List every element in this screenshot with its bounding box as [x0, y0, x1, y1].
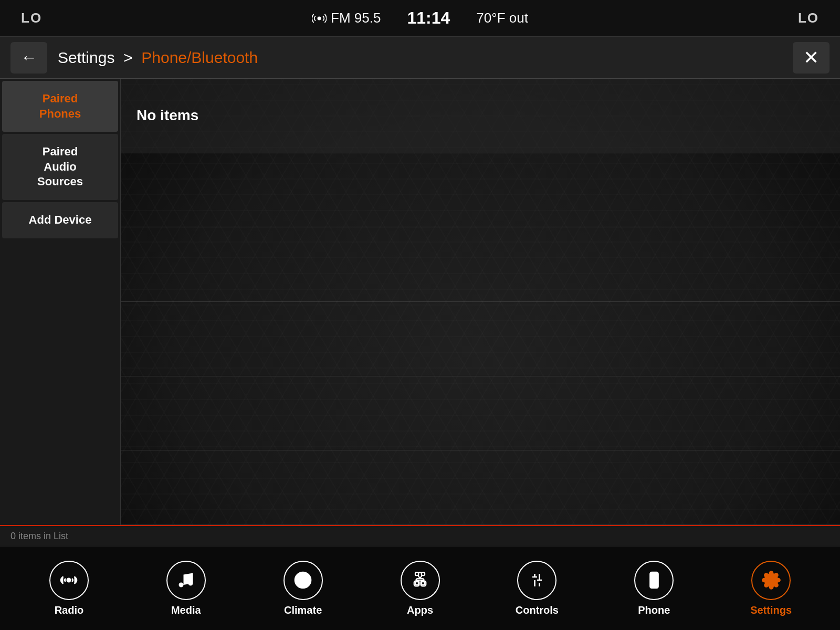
back-arrow-icon: ←	[20, 48, 37, 67]
apps-icon-circle	[401, 561, 440, 600]
sidebar-item-paired-phones[interactable]: PairedPhones	[2, 81, 118, 132]
status-lo-left: LO	[21, 10, 42, 26]
radio-icon	[59, 571, 78, 590]
radio-label: FM 95.5	[331, 10, 381, 26]
svg-rect-7	[422, 582, 425, 585]
media-label: Media	[171, 604, 201, 616]
sidebar: PairedPhones PairedAudioSources Add Devi…	[0, 79, 121, 525]
climate-icon-circle	[284, 561, 323, 600]
svg-rect-4	[415, 572, 418, 575]
gear-icon	[762, 571, 781, 590]
climate-icon	[293, 571, 312, 590]
svg-rect-5	[422, 572, 425, 575]
list-row	[121, 376, 840, 451]
items-count-label: 0 items in List	[10, 531, 68, 542]
nav-item-radio[interactable]: Radio	[10, 561, 128, 616]
phone-icon-circle	[634, 561, 674, 600]
svg-rect-6	[415, 582, 418, 585]
sidebar-item-paired-audio-sources[interactable]: PairedAudioSources	[2, 134, 118, 200]
radio-icon-circle	[49, 561, 89, 600]
svg-point-1	[67, 578, 71, 583]
radio-label: Radio	[55, 604, 84, 616]
apps-icon	[411, 571, 429, 590]
items-count-bar: 0 items in List	[0, 525, 840, 546]
breadcrumb-highlight: Phone/Bluetooth	[141, 49, 258, 66]
status-radio: FM 95.5	[312, 10, 381, 26]
nav-item-phone[interactable]: Phone	[595, 561, 712, 616]
svg-point-3	[302, 579, 304, 582]
nav-item-media[interactable]: Media	[128, 561, 245, 616]
controls-icon-circle	[517, 561, 556, 600]
apps-label: Apps	[407, 604, 433, 616]
list-row	[121, 450, 840, 525]
phone-icon	[645, 571, 664, 590]
status-center: FM 95.5 11:14 70°F out	[312, 8, 528, 28]
settings-label: Settings	[750, 604, 792, 616]
media-icon-circle	[166, 561, 206, 600]
nav-item-settings[interactable]: Settings	[712, 561, 830, 616]
list-row	[121, 227, 840, 302]
list-container: No items	[121, 79, 840, 525]
nav-item-apps[interactable]: Apps	[362, 561, 479, 616]
status-bar: LO FM 95.5 11:14 70°F out LO	[0, 0, 840, 37]
nav-item-climate[interactable]: Climate	[245, 561, 362, 616]
settings-icon-circle	[751, 561, 791, 600]
climate-label: Climate	[284, 604, 322, 616]
no-items-label: No items	[136, 107, 198, 124]
close-icon: ✕	[803, 47, 819, 69]
list-row	[121, 153, 840, 228]
header-bar: ← Settings > Phone/Bluetooth ✕	[0, 37, 840, 79]
controls-label: Controls	[516, 604, 559, 616]
svg-point-0	[318, 16, 321, 20]
close-button[interactable]: ✕	[793, 42, 830, 74]
nav-item-controls[interactable]: Controls	[478, 561, 595, 616]
breadcrumb-base: Settings >	[58, 49, 141, 66]
music-note-icon	[176, 571, 195, 590]
list-row: No items	[121, 79, 840, 153]
body-section: PairedPhones PairedAudioSources Add Devi…	[0, 79, 840, 525]
bottom-nav: Radio Media Climate	[0, 546, 840, 630]
list-row	[121, 302, 840, 376]
antenna-icon	[312, 11, 327, 26]
status-time: 11:14	[407, 8, 450, 28]
content-area: No items	[121, 79, 840, 525]
status-temp: 70°F out	[476, 10, 528, 26]
status-lo-right: LO	[798, 10, 819, 26]
main-content: ← Settings > Phone/Bluetooth ✕ PairedPho…	[0, 37, 840, 546]
breadcrumb: Settings > Phone/Bluetooth	[47, 49, 793, 67]
back-button[interactable]: ←	[10, 42, 47, 74]
sidebar-item-add-device[interactable]: Add Device	[2, 202, 118, 238]
controls-icon	[528, 571, 547, 590]
phone-label: Phone	[638, 604, 670, 616]
